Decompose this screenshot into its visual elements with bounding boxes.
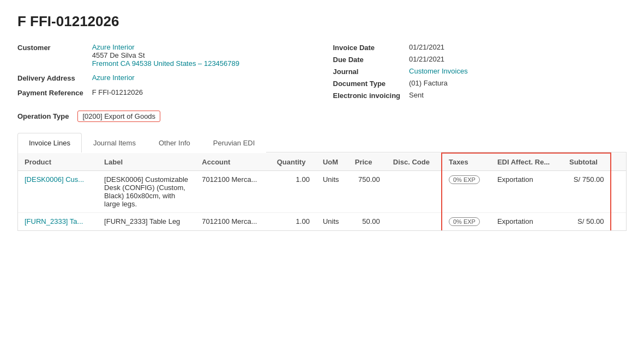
col-header-product: Product (18, 153, 98, 171)
table-row: [FURN_2333] Ta... [FURN_2333] Table Leg … (18, 213, 626, 231)
table-header-row: Product Label Account Quantity UoM Price… (18, 153, 626, 171)
col-header-quantity: Quantity (270, 153, 316, 171)
doc-type-value: (01) Factura (409, 79, 627, 87)
row1-price: 750.00 (348, 171, 387, 213)
col-header-more (611, 153, 626, 171)
invoice-date-value: 01/21/2021 (409, 43, 627, 51)
journal-label: Journal (333, 67, 401, 76)
elec-inv-label: Electronic invoicing (333, 91, 401, 100)
info-grid: Customer Azure Interior 4557 De Silva St… (17, 43, 627, 100)
row1-disc-code (387, 171, 442, 213)
customer-address-line2: Fremont CA 94538 (92, 59, 152, 68)
tabs: Invoice Lines Journal Items Other Info P… (17, 133, 627, 152)
col-header-label: Label (98, 153, 195, 171)
operation-type-label: Operation Type (17, 112, 69, 120)
row2-price: 50.00 (348, 213, 387, 231)
page-title: F FFI-01212026 (17, 13, 627, 30)
invoice-lines-table: Product Label Account Quantity UoM Price… (17, 152, 627, 231)
row2-more (611, 213, 626, 231)
row1-uom: Units (316, 171, 348, 213)
row1-taxes-badge: 0% EXP (449, 175, 480, 184)
tab-other-info[interactable]: Other Info (147, 133, 202, 152)
row1-taxes: 0% EXP (442, 171, 491, 213)
col-header-subtotal: Subtotal (563, 153, 611, 171)
row2-product[interactable]: [FURN_2333] Ta... (18, 213, 98, 231)
row1-quantity: 1.00 (270, 171, 316, 213)
row1-label: [DESK0006] Customizable Desk (CONFIG) (C… (98, 171, 195, 213)
col-header-price: Price (348, 153, 387, 171)
row1-product[interactable]: [DESK0006] Cus... (18, 171, 98, 213)
col-header-edi: EDI Affect. Re... (491, 153, 563, 171)
doc-type-label: Document Type (333, 79, 401, 88)
row2-taxes: 0% EXP (442, 213, 491, 231)
row2-account: 7012100 Merca... (195, 213, 270, 231)
row2-edi: Exportation (491, 213, 563, 231)
row2-taxes-badge: 0% EXP (449, 217, 480, 226)
row2-subtotal: S/ 50.00 (563, 213, 611, 231)
tab-journal-items[interactable]: Journal Items (82, 133, 147, 152)
col-header-account: Account (195, 153, 270, 171)
delivery-value[interactable]: Azure Interior (92, 74, 311, 82)
row2-label: [FURN_2333] Table Leg (98, 213, 195, 231)
tab-peruvian-edi[interactable]: Peruvian EDI (202, 133, 267, 152)
col-header-disc-code: Disc. Code (387, 153, 442, 171)
row2-uom: Units (316, 213, 348, 231)
operation-type-value: [0200] Export of Goods (77, 111, 160, 122)
customer-address-line1: 4557 De Silva St (92, 51, 311, 59)
row1-account: 7012100 Merca... (195, 171, 270, 213)
payment-ref-value: F FFI-01212026 (92, 88, 311, 96)
row2-disc-code (387, 213, 442, 231)
due-date-label: Due Date (333, 55, 401, 64)
customer-value: Azure Interior 4557 De Silva St Fremont … (92, 43, 311, 68)
row1-subtotal: S/ 750.00 (563, 171, 611, 213)
operation-type-row: Operation Type [0200] Export of Goods (17, 111, 627, 122)
info-left: Customer Azure Interior 4557 De Silva St… (17, 43, 311, 100)
col-header-uom: UoM (316, 153, 348, 171)
customer-label: Customer (17, 43, 83, 52)
customer-address-line3: United States – 123456789 (153, 59, 239, 68)
due-date-value: 01/21/2021 (409, 55, 627, 63)
table-row: [DESK0006] Cus... [DESK0006] Customizabl… (18, 171, 626, 213)
payment-ref-label: Payment Reference (17, 88, 83, 97)
delivery-label: Delivery Address (17, 74, 83, 82)
row1-more (611, 171, 626, 213)
elec-inv-value: Sent (409, 91, 627, 99)
row1-edi: Exportation (491, 171, 563, 213)
info-right: Invoice Date 01/21/2021 Due Date 01/21/2… (333, 43, 627, 100)
journal-value[interactable]: Customer Invoices (409, 67, 627, 75)
invoice-date-label: Invoice Date (333, 43, 401, 52)
customer-name[interactable]: Azure Interior (92, 43, 135, 51)
col-header-taxes: Taxes (442, 153, 491, 171)
tab-invoice-lines[interactable]: Invoice Lines (17, 133, 82, 152)
row2-quantity: 1.00 (270, 213, 316, 231)
